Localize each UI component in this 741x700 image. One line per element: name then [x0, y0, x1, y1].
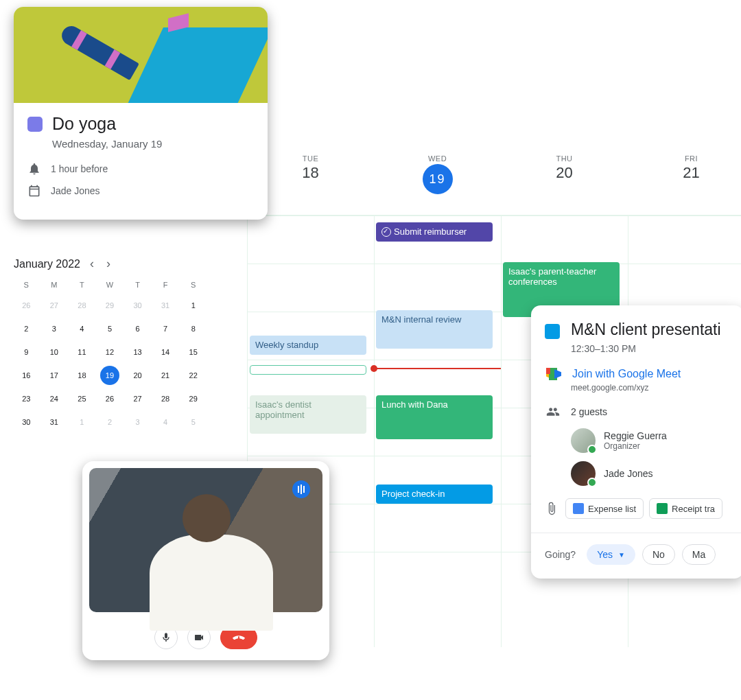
- mini-calendar-day[interactable]: 20: [128, 366, 148, 385]
- mini-calendar-day[interactable]: 1: [184, 296, 203, 315]
- mini-calendar-day[interactable]: 13: [128, 342, 148, 362]
- mini-calendar-day[interactable]: 5: [100, 319, 119, 338]
- event-internal-review[interactable]: M&N internal review: [376, 310, 493, 349]
- mini-calendar-day[interactable]: 16: [16, 366, 36, 385]
- mini-calendar-day[interactable]: 1: [72, 412, 91, 432]
- mini-calendar-next[interactable]: ›: [104, 254, 113, 274]
- mini-calendar-day[interactable]: 2: [16, 319, 36, 338]
- going-label: Going?: [545, 549, 576, 560]
- attachment-label: Receipt tra: [672, 504, 715, 514]
- mini-calendar-day[interactable]: 30: [16, 412, 36, 432]
- meet-url: meet.google.com/xyz: [571, 383, 730, 393]
- attachment-pill[interactable]: Expense list: [565, 498, 644, 519]
- rsvp-no-button[interactable]: No: [642, 544, 675, 565]
- event-reminder: 1 hour before: [51, 163, 108, 174]
- mini-calendar-day[interactable]: 7: [156, 319, 175, 338]
- mini-calendar-day[interactable]: 2: [100, 412, 119, 432]
- mini-calendar-day[interactable]: 24: [45, 389, 64, 408]
- event-label: Project check-in: [381, 489, 445, 499]
- mini-calendar-dow: S: [180, 281, 206, 292]
- attachment-label: Expense list: [588, 504, 636, 514]
- mini-calendar-day[interactable]: 31: [156, 296, 175, 315]
- mini-calendar-day[interactable]: 6: [128, 319, 148, 338]
- mini-calendar-day[interactable]: 10: [45, 342, 64, 362]
- join-meet-label: Join with Google Meet: [572, 368, 681, 380]
- week-day-number-today: 19: [423, 164, 453, 194]
- guests-count: 2 guests: [571, 406, 607, 417]
- join-meet-button[interactable]: Join with Google Meet: [545, 368, 730, 380]
- event-weekly-standup[interactable]: Weekly standup: [250, 336, 366, 355]
- rsvp-accepted-icon: [587, 478, 597, 487]
- attachment-icon: [545, 502, 558, 515]
- attachment-pill[interactable]: Receipt tra: [649, 498, 722, 519]
- mini-calendar-dow: W: [97, 281, 123, 292]
- event-hero-image: [14, 7, 268, 103]
- event-card-yoga[interactable]: Do yoga Wednesday, January 19 1 hour bef…: [14, 7, 268, 220]
- mini-calendar-prev[interactable]: ‹: [87, 254, 97, 274]
- mini-calendar-day[interactable]: 11: [72, 342, 91, 362]
- mini-calendar-day[interactable]: 18: [72, 366, 91, 385]
- mini-calendar-day[interactable]: 31: [45, 412, 64, 432]
- mini-calendar-day[interactable]: 4: [72, 319, 91, 338]
- mini-calendar-dow: T: [125, 281, 150, 292]
- event-label: Submit reimburser: [394, 226, 467, 237]
- guest-row[interactable]: Jade Jones: [571, 461, 730, 486]
- mini-calendar-day[interactable]: 23: [16, 389, 36, 408]
- event-color-swatch: [545, 324, 560, 339]
- sheets-icon: [657, 503, 668, 514]
- mini-calendar-day[interactable]: 25: [72, 389, 91, 408]
- mini-calendar-day[interactable]: 14: [156, 342, 175, 362]
- week-day-header[interactable]: THU20: [501, 154, 628, 194]
- event-small-slot[interactable]: [250, 365, 366, 375]
- mini-calendar-day[interactable]: 27: [128, 389, 148, 408]
- mini-calendar-day[interactable]: 28: [72, 296, 91, 315]
- event-lunch[interactable]: Lunch with Dana: [376, 395, 493, 439]
- mini-calendar-day[interactable]: 19: [100, 366, 119, 385]
- rsvp-accepted-icon: [587, 445, 597, 454]
- mini-calendar-day[interactable]: 27: [45, 296, 64, 315]
- mini-calendar-day[interactable]: 28: [156, 389, 175, 408]
- mini-calendar-day[interactable]: 12: [100, 342, 119, 362]
- mini-calendar-day[interactable]: 15: [184, 342, 203, 362]
- mini-calendar-day[interactable]: 3: [45, 319, 64, 338]
- week-day-label: THU: [501, 154, 628, 163]
- guest-name: Jade Jones: [604, 468, 653, 479]
- mini-calendar-day[interactable]: 29: [184, 389, 203, 408]
- avatar: [571, 428, 596, 453]
- mini-calendar-day[interactable]: 3: [128, 412, 148, 432]
- guest-row[interactable]: Reggie GuerraOrganizer: [571, 428, 730, 453]
- mini-calendar-day[interactable]: 9: [16, 342, 36, 362]
- week-day-label: WED: [374, 154, 501, 163]
- mini-calendar-day[interactable]: 4: [156, 412, 175, 432]
- mini-calendar: January 2022 ‹ › SMTWTFS2627282930311234…: [14, 254, 206, 432]
- event-detail-card: M&N client presentati 12:30–1:30 PM Join…: [531, 305, 741, 579]
- mini-calendar-day[interactable]: 22: [184, 366, 203, 385]
- calendar-icon: [27, 184, 41, 198]
- event-detail-time: 12:30–1:30 PM: [571, 343, 730, 354]
- mini-calendar-day[interactable]: 8: [184, 319, 203, 338]
- guest-name: Reggie Guerra: [604, 430, 667, 441]
- event-project-checkin[interactable]: Project check-in: [376, 485, 493, 504]
- mini-calendar-day[interactable]: 21: [156, 366, 175, 385]
- avatar: [571, 461, 596, 486]
- mini-calendar-dow: S: [14, 281, 39, 292]
- mini-calendar-day[interactable]: 26: [100, 389, 119, 408]
- rsvp-yes-button[interactable]: Yes▼: [587, 544, 635, 565]
- event-label: Weekly standup: [255, 340, 318, 350]
- event-color-swatch: [27, 117, 43, 132]
- event-label: M&N internal review: [381, 314, 461, 325]
- event-date: Wednesday, January 19: [52, 138, 254, 150]
- event-dentist[interactable]: Isaac's dentist appointment: [250, 395, 366, 434]
- week-day-header[interactable]: FRI21: [628, 154, 741, 194]
- mini-calendar-day[interactable]: 30: [128, 296, 148, 315]
- mini-calendar-day[interactable]: 5: [184, 412, 203, 432]
- rsvp-maybe-button[interactable]: Ma: [682, 544, 716, 565]
- mini-calendar-day[interactable]: 29: [100, 296, 119, 315]
- mini-calendar-day[interactable]: 26: [16, 296, 36, 315]
- mini-calendar-day[interactable]: 17: [45, 366, 64, 385]
- week-day-number: 20: [501, 164, 628, 182]
- mini-calendar-dow: T: [69, 281, 95, 292]
- speaking-icon: [292, 480, 310, 498]
- week-day-header[interactable]: WED19: [374, 154, 501, 194]
- event-submit-reimbursement[interactable]: Submit reimburser: [376, 222, 493, 242]
